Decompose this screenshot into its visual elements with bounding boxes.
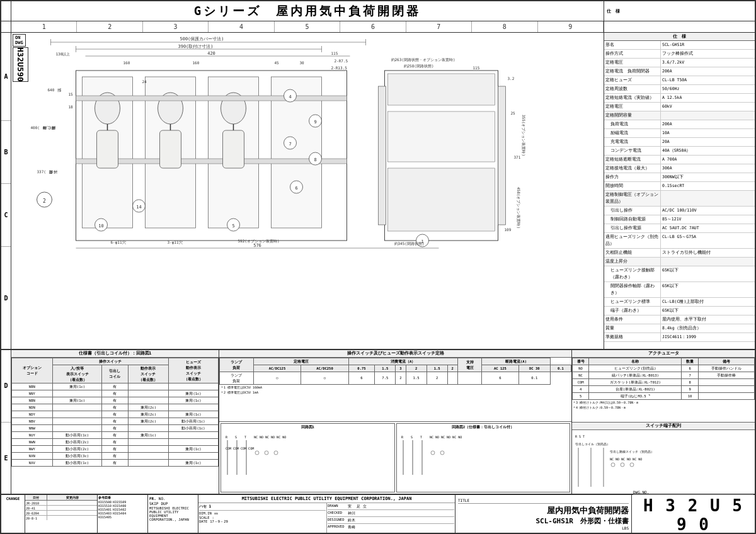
td-075: 6: [348, 372, 375, 385]
svg-text:S: S: [235, 435, 237, 439]
date-val: 17－9－29: [210, 520, 228, 524]
actuator-title: アクチュエータ: [572, 350, 755, 358]
spec-label-4: 定格ヒューズ: [604, 76, 661, 84]
svg-text:3.2: 3.2: [508, 76, 515, 81]
spec-value-13: A 700A: [661, 156, 755, 164]
td-nwn-fuse: [169, 439, 219, 446]
td-name2: 組パッチ(単体品:XL-B013): [589, 372, 682, 379]
company-line: MITSUBISHI ELECTRIC PUBLIC UTILITY EQUIP…: [149, 506, 197, 521]
company-name: MITSUBISHI ELECTRIC PUBLIC UTILITY EQUIP…: [198, 495, 455, 503]
spec-value-3: 200A: [661, 67, 755, 76]
model-stamp: H32U590: [13, 47, 28, 82]
th-qty: 数量: [682, 358, 698, 365]
svg-text:6: 6: [295, 186, 297, 191]
th-switch: 操作スイッチ: [52, 358, 169, 365]
spec-header: 仕 様: [604, 1, 755, 21]
td-v125: ○: [253, 372, 301, 385]
designed-label: DESIGNED: [328, 518, 346, 523]
td-nxv-sw1: 動小容用(1c): [52, 460, 102, 467]
td-ndy-sw2: 兼用(2c): [128, 411, 169, 418]
dim-unit: ㎜: [214, 511, 218, 516]
td-nnw-sw1: [52, 425, 102, 432]
td-nwy-coil: 有: [102, 446, 128, 453]
col-2: 2: [77, 21, 142, 32]
drawn-val: 実: [348, 504, 352, 509]
td-v250: ○: [301, 372, 348, 385]
row-label-a: A: [1, 33, 11, 121]
svg-text:約263(閉路状態・オプション装置時): 約263(閉路状態・オプション装置時): [391, 57, 455, 62]
spec-value-5: 50/60Hz: [661, 85, 755, 93]
spec-label-11: 充電電流: [609, 138, 661, 146]
spec-value-26: CL-LB(C種)上部取付: [661, 298, 755, 306]
svg-text:15: 15: [69, 92, 74, 96]
td-name4: 台座(単体品:XL-B021): [589, 386, 682, 393]
td-nwn: NWN: [12, 439, 53, 446]
svg-text:5: 5: [232, 224, 234, 229]
td-ndn-fuse: [169, 404, 219, 411]
title-box: TITLE 屋内用気中負荷開閉器 SCL-GHS1R 外形図・仕様書 LBS: [455, 495, 632, 533]
spec-value-30: JISC4611：1999: [661, 333, 755, 341]
svg-text:355(オプション装置時): 355(オプション装置時): [522, 115, 526, 156]
row-label-e: E: [1, 422, 11, 494]
td-nwy: NWY: [12, 446, 53, 453]
spec-value-10: 10A: [661, 129, 755, 137]
spec-label-20: 引出し操作電源: [609, 224, 661, 232]
spec-label-2: 定格電圧: [604, 59, 661, 67]
td-nnw-sw2: [128, 425, 169, 432]
td-nny-sw2: [128, 390, 169, 397]
svg-point-95: [274, 451, 278, 455]
svg-text:COM COM COM COM: COM COM COM COM: [226, 446, 254, 450]
svg-text:390(取付け寸法): 390(取付け寸法): [178, 44, 213, 49]
th-a4: 2: [406, 365, 427, 372]
svg-text:500(保護カバー寸法): 500(保護カバー寸法): [180, 37, 224, 42]
circuit-diagram-1: 回路図1 R S T COM COM COM COM NC NO NC NO: [220, 423, 395, 492]
td-2b: [447, 372, 457, 385]
svg-text:約345(閉路状態): 約345(閉路状態): [394, 241, 425, 246]
td-name3: ガスケット(単体品:XL-T012): [589, 379, 682, 386]
dim-label: DIM.IN: [199, 511, 212, 516]
spec-value-23: [661, 258, 755, 266]
switch-spec-area: 操作スイッチ及びヒューズ動作表示スイッチ定格 ランプ負荷 定格電圧 消費電流（A…: [219, 350, 571, 422]
spec-value-16: 0.15secRT: [661, 182, 755, 190]
spec-value-12: 40A（SR50A）: [661, 147, 755, 155]
spec-label-6: 定格短絡電流（実効値）: [604, 94, 661, 102]
title-label: TITLE: [458, 498, 629, 504]
td-ndy-fuse: 兼用(1c): [169, 411, 219, 418]
svg-text:24: 24: [142, 79, 147, 84]
th-name: 名称: [589, 358, 682, 365]
spec-value-7: 60kV: [661, 103, 755, 111]
svg-rect-36: [223, 130, 244, 168]
th-coil: 引出しコイル: [102, 365, 128, 383]
svg-rect-29: [76, 96, 347, 101]
spec-label-3: 定格電流 負荷開閉器: [604, 67, 661, 76]
td-qty3: 8: [682, 379, 698, 386]
spec-label-24: ヒューズリンク接触部（露わき）: [609, 266, 661, 281]
td-lamp: ランプ負荷: [220, 372, 254, 385]
spec-label-22: 欠相防止機能: [604, 249, 661, 257]
spec-table-header: 仕 様: [604, 33, 755, 41]
td-nbn-sw2: [128, 383, 169, 390]
spec-label-28: 使用条件: [604, 315, 661, 324]
spec-label-29: 質量: [604, 324, 661, 332]
svg-text:6-φ11穴: 6-φ11穴: [111, 240, 126, 245]
td-nbn-coil: 有: [102, 383, 128, 390]
td-nwy-sw2: [128, 446, 169, 453]
spec-value-25: 65K以下: [661, 282, 755, 297]
fr-label: FR.: [149, 496, 156, 501]
svg-text:7: 7: [289, 142, 291, 147]
td-nxn-sw1: 動小容用(3c): [52, 453, 102, 460]
th-sv1: AC 125: [482, 365, 519, 372]
td-nxv-coil: 有: [102, 460, 128, 467]
spec-label-26: ヒューズリンク標準: [609, 298, 661, 306]
td-ndy: NDY: [12, 411, 53, 418]
th-a6: 2: [447, 365, 457, 372]
svg-text:引出し路線スイッチ（別売品）: 引出し路線スイッチ（別売品）: [610, 450, 654, 453]
title-model-text: SCL-GHS1R 外形図・仕様書: [458, 516, 629, 526]
rev-desc-1: [47, 501, 97, 505]
td-ndn: NDN: [12, 404, 53, 411]
svg-text:45: 45: [275, 60, 280, 65]
terminal-title: スイッチ端子配列: [572, 423, 755, 430]
ref-col-1: H315508 H315510 H315401 H315403 H315405 …: [98, 500, 147, 519]
terminal-svg: R S T 引出しコイル（別売品） 引出し路線スイッチ（別売品） NC NO N…: [572, 430, 755, 493]
svg-text:14: 14: [136, 205, 141, 210]
